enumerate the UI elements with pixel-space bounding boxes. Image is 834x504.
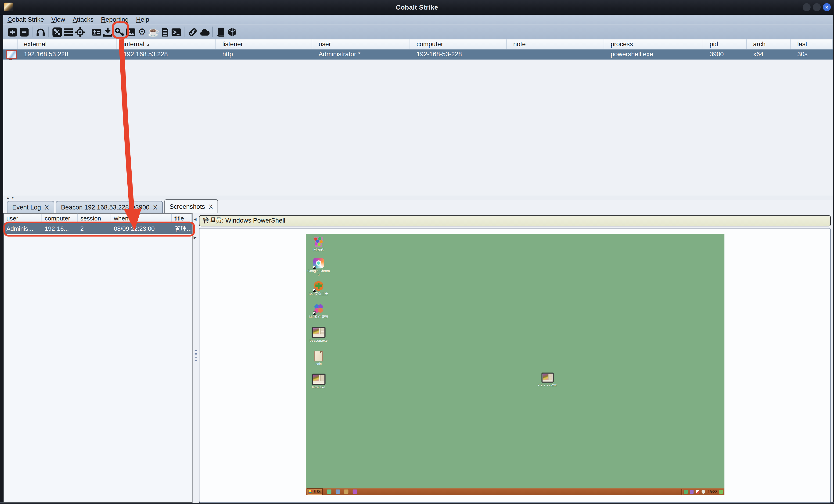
window-title: Cobalt Strike — [0, 4, 834, 11]
column-header-session[interactable]: session — [78, 214, 111, 223]
cloud-icon[interactable] — [199, 27, 209, 37]
screenshots-icon[interactable] — [126, 27, 136, 37]
column-header-when[interactable]: when — [111, 214, 172, 223]
toolbar-separator — [32, 27, 32, 37]
column-header-note[interactable]: note — [507, 39, 604, 49]
script-console-icon[interactable] — [171, 27, 181, 37]
window-frame-right — [833, 15, 834, 504]
keylogger-icon[interactable] — [114, 27, 124, 37]
splitter-grip[interactable] — [195, 350, 197, 363]
cell-when: 08/09 22:23:00 — [111, 225, 172, 232]
credentials-icon[interactable] — [91, 27, 101, 37]
app-window-icon — [312, 374, 325, 385]
cell-user: Adminis... — [4, 225, 42, 232]
quick-launch-icon — [353, 489, 357, 494]
column-header-process[interactable]: process — [604, 39, 703, 49]
desktop-icon-calc: calc — [307, 351, 330, 366]
close-button[interactable]: × — [823, 3, 831, 11]
close-tab-icon[interactable]: X — [45, 204, 49, 210]
screenshot-title-button[interactable]: 管理员: Windows PowerShell — [199, 215, 831, 227]
reports-icon[interactable] — [160, 27, 170, 37]
desktop-icon-beacon-exe: beacon.exe — [307, 327, 330, 342]
app-window-icon — [541, 372, 553, 383]
cell-user: Administrator * — [312, 50, 410, 58]
disconnect-icon[interactable] — [19, 27, 29, 37]
cell-process: powershell.exe — [604, 50, 703, 58]
graph-view-icon[interactable] — [52, 27, 62, 37]
tab-screenshots[interactable]: ScreenshotsX — [164, 199, 218, 213]
system-tray: 18:22 — [682, 489, 724, 495]
annotation-arrow-shaft — [121, 39, 132, 210]
cell-computer: 192-16... — [42, 225, 78, 232]
title-bar: Cobalt Strike × — [0, 0, 834, 15]
cell-session: 2 — [78, 225, 111, 232]
menu-cobalt-strike[interactable]: Cobalt Strike — [7, 16, 44, 23]
splitter-down-icon[interactable]: ▼ — [11, 196, 15, 200]
desktop-icon-latra-exe: latra.exe — [307, 374, 330, 389]
column-header-computer[interactable]: computer — [42, 214, 78, 223]
app-window-icon — [312, 327, 325, 338]
vertical-splitter[interactable]: ◀ ▶ — [193, 213, 199, 503]
shortcut-arrow-icon — [313, 311, 316, 315]
new-connection-icon[interactable] — [7, 27, 18, 37]
close-tab-icon[interactable]: X — [209, 203, 213, 209]
column-header-user[interactable]: user — [4, 214, 42, 223]
cell-pid: 3900 — [703, 50, 747, 58]
listeners-icon[interactable] — [35, 27, 45, 37]
toolbar-separator — [48, 27, 49, 37]
captured-desktop-screenshot: 回收站 Google Chrome 360安全卫士 360软件管家 beacon… — [306, 234, 724, 495]
tab-bar: Event LogX Beacon 192.168.53.228@3900X S… — [3, 200, 833, 213]
column-header-title[interactable]: title — [172, 214, 192, 223]
desktop-icon-recycle-bin: 回收站 — [307, 236, 330, 252]
close-tab-icon[interactable]: X — [153, 204, 157, 210]
column-header-last[interactable]: last — [791, 39, 833, 49]
menu-help[interactable]: Help — [136, 16, 149, 23]
splitter-right-icon[interactable]: ▶ — [194, 235, 196, 239]
maximize-button[interactable] — [813, 3, 821, 11]
downloads-icon[interactable] — [103, 27, 113, 37]
minimize-button[interactable] — [803, 3, 811, 11]
menu-attacks[interactable]: Attacks — [73, 16, 94, 23]
column-header-external[interactable]: external — [18, 39, 117, 49]
quick-launch-icon — [336, 489, 340, 494]
shortcut-arrow-icon — [313, 266, 316, 269]
document-icon — [314, 351, 323, 362]
java-attacks-icon[interactable]: ☕ — [149, 27, 158, 37]
toolbar-separator — [184, 27, 185, 37]
column-header-listener[interactable]: listener — [216, 39, 312, 49]
cell-last: 30s — [791, 50, 833, 58]
tab-beacon[interactable]: Beacon 192.168.53.228@3900X — [56, 201, 162, 213]
column-header-user[interactable]: user — [312, 39, 410, 49]
cell-external: 192.168.53.228 — [18, 50, 117, 58]
session-row[interactable]: 192.168.53.228 192.168.53.228 http Admin… — [3, 49, 833, 59]
desktop-icon-360-safe: 360安全卫士 — [307, 280, 330, 295]
column-header-internal[interactable]: internal▲ — [117, 39, 216, 49]
sessions-header: external internal▲ listener user compute… — [3, 39, 833, 49]
tray-icon — [690, 490, 694, 494]
cell-arch: x64 — [747, 50, 791, 58]
menu-view[interactable]: View — [51, 16, 65, 23]
horizontal-splitter[interactable]: ▲ ▼ — [3, 196, 833, 200]
splitter-up-icon[interactable]: ▲ — [6, 196, 9, 200]
link-beacon-icon[interactable] — [188, 27, 198, 37]
column-header-pid[interactable]: pid — [703, 39, 747, 49]
toolbar-separator — [212, 27, 213, 37]
cobalt-strike-window: Cobalt Strike × Cobalt Strike View Attac… — [0, 0, 834, 504]
splitter-left-icon[interactable]: ◀ — [194, 217, 196, 222]
shortcut-arrow-icon — [313, 289, 316, 292]
web-drive-by-icon[interactable]: ⚙ — [137, 27, 147, 37]
target-view-icon[interactable] — [75, 27, 85, 37]
desktop-icon-360-manager: 360软件管家 — [307, 303, 330, 318]
manual-icon[interactable] — [216, 27, 226, 37]
about-icon[interactable] — [227, 27, 237, 37]
menu-bar: Cobalt Strike View Attacks Reporting Hel… — [3, 15, 833, 24]
tab-event-log[interactable]: Event LogX — [7, 201, 54, 213]
table-view-icon[interactable] — [63, 27, 73, 37]
menu-reporting[interactable]: Reporting — [101, 16, 129, 23]
360-software-manager-icon — [313, 303, 324, 314]
recycle-bin-icon — [313, 236, 324, 247]
column-header-computer[interactable]: computer — [410, 39, 507, 49]
column-header-arch[interactable]: arch — [747, 39, 791, 49]
quick-launch-icon — [327, 489, 331, 494]
screenshot-row[interactable]: Adminis... 192-16... 2 08/09 22:23:00 管理… — [4, 223, 192, 234]
